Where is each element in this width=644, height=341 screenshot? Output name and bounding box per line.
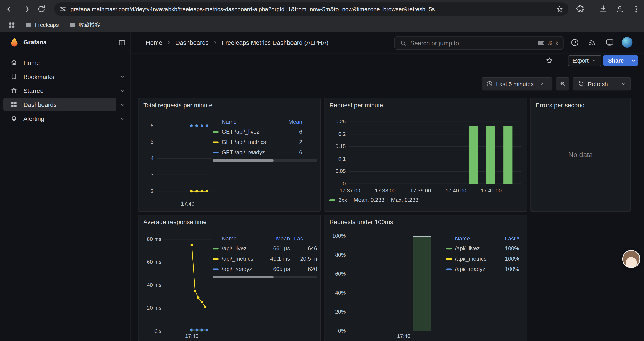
export-button[interactable]: Export	[568, 55, 601, 66]
legend-row[interactable]: GET /api/_metrics 2	[213, 137, 317, 147]
downloads-icon[interactable]	[599, 5, 608, 14]
chevron-down-icon[interactable]	[119, 73, 126, 80]
legend-row[interactable]: /api/_readyz 100%	[446, 264, 522, 274]
address-bar[interactable]	[54, 3, 568, 16]
favorite-star-icon[interactable]	[545, 57, 553, 65]
series-color-dash	[446, 268, 452, 270]
series-color-dash	[213, 141, 218, 143]
search-box[interactable]: ⌘+k	[394, 36, 564, 50]
legend-scrollbar[interactable]	[213, 276, 317, 278]
extensions-icon[interactable]	[576, 5, 585, 14]
series-last: 20.5 m	[290, 256, 317, 262]
svg-text:17:40: 17:40	[397, 333, 410, 339]
panel-total-requests: Total requests per minute 6543217:40 Nam…	[138, 98, 321, 212]
series-name[interactable]: /api/_metrics	[222, 256, 266, 262]
folder-icon	[69, 22, 76, 28]
requests-under-100ms-chart: 100%80%60%40%20%0%17:40	[328, 233, 448, 339]
back-icon[interactable]	[6, 5, 15, 14]
legend-col-last[interactable]: Las	[290, 235, 317, 242]
series-name[interactable]: 2xx	[338, 197, 347, 203]
panel-title[interactable]: Total requests per minute	[143, 102, 212, 109]
search-input[interactable]	[410, 40, 538, 47]
panel-title[interactable]: Requests under 100ms	[330, 218, 393, 225]
series-mean: 40.1 ms	[266, 256, 290, 262]
svg-text:60%: 60%	[335, 271, 346, 277]
svg-text:0: 0	[343, 181, 346, 187]
news-rss-icon[interactable]	[588, 38, 596, 47]
legend-item-2xx[interactable]: 2xx	[330, 197, 347, 203]
series-name[interactable]: /api/_metrics	[455, 256, 496, 262]
series-name[interactable]: /api/_livez	[455, 245, 496, 252]
share-button[interactable]: Share	[603, 55, 638, 66]
legend-row[interactable]: /api/_livez 661 µs 646	[213, 243, 317, 254]
breadcrumb-dashboards[interactable]: Dashboards	[175, 39, 209, 46]
refresh-main[interactable]: Refresh	[573, 78, 613, 90]
legend-col-name[interactable]: Name	[455, 235, 496, 242]
legend-col-name[interactable]: Name	[222, 119, 279, 125]
sidebar-item-dashboards[interactable]: Dashboards	[3, 98, 116, 111]
time-range-label: Last 5 minutes	[496, 81, 534, 87]
sidebar-item-home[interactable]: Home	[3, 56, 116, 69]
bookmark-folder-blogs[interactable]: 收藏博客	[65, 20, 104, 30]
folder-icon	[26, 22, 32, 28]
reload-icon[interactable]	[37, 5, 46, 14]
user-avatar[interactable]	[622, 37, 632, 48]
profile-icon[interactable]	[615, 5, 624, 14]
series-name[interactable]: GET /api/_readyz	[222, 149, 279, 155]
bookmark-folder-freeleaps[interactable]: Freeleaps	[21, 20, 63, 30]
refresh-button[interactable]: Refresh	[572, 77, 631, 90]
sidebar-item-label: Bookmarks	[24, 73, 54, 80]
export-label: Export	[572, 58, 588, 64]
series-name[interactable]: /api/_livez	[222, 245, 266, 252]
legend-row[interactable]: /api/_metrics 40.1 ms 20.5 m	[213, 254, 317, 264]
legend-col-mean[interactable]: Mean	[266, 235, 290, 242]
legend-row[interactable]: GET /api/_livez 6	[213, 127, 317, 137]
panel-requests-under-100ms: Requests under 100ms 100%80%60%40%20%0%1…	[324, 215, 527, 341]
dock-menu-icon[interactable]	[118, 39, 126, 47]
legend-row[interactable]: /api/_livez 100%	[446, 243, 522, 254]
chevron-down-icon[interactable]	[119, 101, 126, 108]
series-name[interactable]: GET /api/_livez	[222, 129, 279, 135]
share-label[interactable]: Share	[603, 55, 628, 66]
chevron-down-icon[interactable]	[119, 87, 126, 94]
assistant-avatar-bubble[interactable]	[622, 250, 640, 268]
chevron-right-icon	[166, 40, 172, 46]
bookmark-star-icon[interactable]	[556, 5, 564, 13]
forward-icon[interactable]	[21, 5, 30, 14]
series-name[interactable]: /api/_readyz	[455, 266, 496, 272]
panel-title[interactable]: Request per minute	[330, 102, 383, 109]
sidebar-item-bookmarks[interactable]: Bookmarks	[3, 70, 116, 83]
kiosk-monitor-icon[interactable]	[606, 38, 614, 47]
panel-average-response-time: Average response time 80 ms60 ms40 ms20 …	[138, 215, 321, 341]
series-name[interactable]: /api/_readyz	[222, 266, 266, 272]
sidebar-item-starred[interactable]: Starred	[3, 84, 116, 97]
help-icon[interactable]	[570, 38, 579, 47]
legend-col-last[interactable]: Last *	[496, 235, 522, 242]
chevron-down-icon[interactable]	[119, 115, 126, 122]
legend-row[interactable]: GET /api/_readyz 6	[213, 147, 317, 158]
legend-col-mean[interactable]: Mean	[279, 119, 302, 125]
share-dropdown[interactable]	[629, 55, 638, 66]
series-name[interactable]: GET /api/_metrics	[222, 139, 279, 145]
panel-title[interactable]: Average response time	[143, 218, 207, 225]
apps-shortcut-icon[interactable]	[8, 21, 16, 29]
svg-text:17:40: 17:40	[185, 333, 198, 339]
browser-menu-icon[interactable]	[632, 5, 641, 14]
series-color-dash	[213, 258, 218, 260]
svg-text:40%: 40%	[335, 290, 346, 296]
legend-row[interactable]: /api/_metrics 100%	[446, 254, 522, 264]
time-range-picker[interactable]: Last 5 minutes	[482, 77, 552, 90]
legend-row[interactable]: /api/_readyz 605 µs 620	[213, 264, 317, 274]
url-input[interactable]	[70, 6, 556, 12]
zoom-out-button[interactable]	[556, 77, 569, 90]
bookmark-label: 收藏博客	[79, 21, 100, 29]
site-controls-icon[interactable]	[59, 5, 67, 13]
svg-text:17:40: 17:40	[181, 201, 194, 207]
average-response-time-chart: 80 ms60 ms40 ms20 ms0 s17:40	[142, 233, 212, 339]
sidebar-item-alerting[interactable]: Alerting	[3, 112, 116, 125]
no-data-message: No data	[531, 98, 630, 211]
legend-scrollbar[interactable]	[213, 159, 317, 162]
legend-col-name[interactable]: Name	[222, 235, 266, 242]
refresh-interval-dropdown[interactable]	[616, 81, 630, 87]
breadcrumb-home[interactable]: Home	[146, 39, 162, 46]
